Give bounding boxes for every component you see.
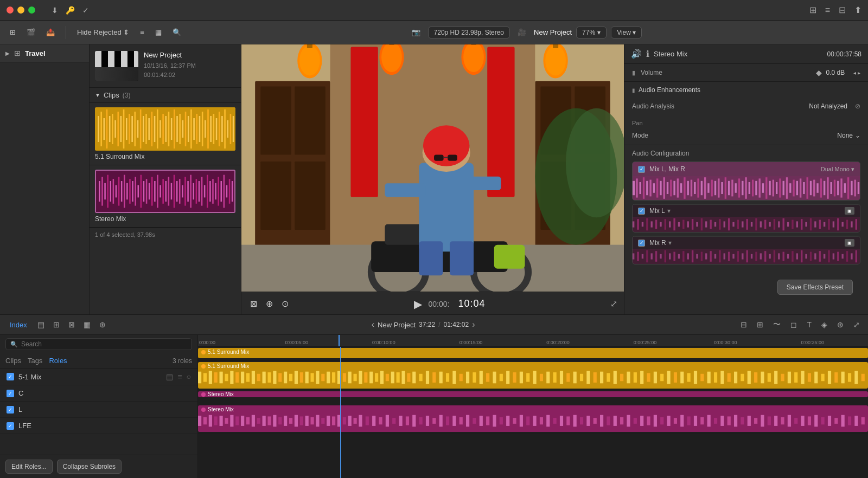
audio-enhancements-label: Audio Enhancements (639, 86, 700, 94)
prev-marker-button[interactable]: ‹ (372, 320, 374, 330)
timecode-display: 10:04 (458, 298, 485, 309)
clip-item-surround[interactable]: 5.1 Surround Mix (90, 103, 241, 165)
close-button[interactable] (7, 7, 14, 14)
video-lanes-button[interactable]: ⊞ (754, 319, 766, 331)
list-view-btn[interactable]: ≡ (137, 26, 148, 38)
maximize-button[interactable] (28, 7, 35, 14)
volume-icon[interactable]: 🔊 (631, 49, 642, 59)
svg-rect-372 (526, 373, 529, 382)
volume-arrows[interactable]: ◂ ▸ (853, 70, 860, 76)
clip-item-stereo[interactable]: Stereo Mix (90, 165, 241, 228)
mix-r-checkbox[interactable]: ✓ (638, 240, 645, 247)
search-input[interactable] (21, 340, 187, 348)
svg-rect-159 (677, 178, 679, 197)
titles-button[interactable]: T (804, 319, 814, 331)
share-icon2[interactable]: 📤 (43, 26, 58, 38)
zoom-out-button[interactable]: ⊠ (66, 319, 78, 331)
filmstrip-btn[interactable]: ▦ (152, 26, 165, 38)
effects-button[interactable]: ◻ (788, 319, 800, 331)
mix-lr-type[interactable]: Dual Mono ▾ (821, 166, 854, 173)
role-item-c[interactable]: ✓ C (0, 385, 197, 402)
mode-value[interactable]: None ⌄ (837, 132, 860, 139)
fullscreen-timeline-button[interactable]: ⤢ (851, 319, 863, 331)
clip-appearance-button[interactable]: ▤ (35, 319, 47, 331)
svg-rect-437 (273, 415, 276, 427)
transform-button[interactable]: ⊕ (264, 296, 275, 311)
blade-button[interactable]: ▦ (81, 319, 93, 331)
trim-button[interactable]: ⊕ (97, 319, 108, 331)
info-icon[interactable]: ℹ (646, 49, 649, 59)
role-icon-speaker[interactable]: ▤ (166, 372, 173, 381)
filter-button[interactable]: Hide Rejected ⇕ (74, 26, 132, 38)
svg-rect-468 (459, 417, 463, 425)
volume-collapse-icon[interactable]: ▮ (632, 69, 635, 76)
svg-rect-181 (752, 180, 754, 197)
role-icon-list[interactable]: ≡ (177, 372, 182, 381)
zoom-control[interactable]: 77% ▾ (576, 27, 607, 38)
tab-tags[interactable]: Tags (28, 357, 42, 365)
checkmark-icon[interactable]: ✓ (82, 6, 89, 15)
clips-header[interactable]: ▼ Clips (3) (90, 88, 241, 103)
svg-rect-483 (560, 416, 563, 426)
mix-lr-checkbox[interactable]: ✓ (638, 166, 645, 173)
tab-roles[interactable]: Roles (49, 357, 67, 365)
svg-rect-9 (120, 116, 122, 142)
svg-rect-300 (792, 251, 793, 262)
aspect-ratio-button[interactable]: ⊠ (248, 296, 259, 311)
media-import-icon[interactable]: 🎬 (23, 26, 39, 38)
svg-rect-271 (660, 254, 661, 259)
collapse-subroles-button[interactable]: Collapse Subroles (57, 460, 122, 474)
svg-rect-507 (720, 416, 724, 426)
mix-l-icon[interactable]: ▣ (845, 207, 854, 215)
zoom-in-button[interactable]: ⊞ (50, 319, 62, 331)
index-button[interactable]: Index (5, 319, 31, 331)
svg-rect-311 (841, 254, 843, 259)
role-item-lfe[interactable]: ✓ LFE (0, 418, 197, 434)
audio-enhancements-section: ▮ Audio Enhancements Audio Analysis Not … (624, 82, 868, 145)
list-view-icon[interactable]: ≡ (825, 5, 830, 15)
audio-lanes-button[interactable]: ⊟ (738, 319, 750, 331)
role-item-51mix[interactable]: ✓ 5-1 Mix ▤ ≡ ○ (0, 369, 197, 385)
view-button[interactable]: View ▾ (611, 27, 642, 38)
tab-clips[interactable]: Clips (5, 357, 21, 365)
mix-r-waveform (633, 249, 860, 264)
timeline-zoom-button[interactable]: ⊕ (834, 319, 846, 331)
next-marker-button[interactable]: › (472, 320, 475, 330)
audio-analysis-icon[interactable]: ⊘ (855, 102, 860, 110)
libraries-icon[interactable]: ⊞ (7, 26, 19, 38)
minimize-button[interactable] (17, 7, 24, 14)
download-icon[interactable]: ⬇ (52, 6, 58, 15)
fullscreen-button[interactable]: ⤢ (610, 299, 617, 309)
svg-rect-339 (327, 372, 330, 384)
track-clip-4[interactable]: Stereo Mix (198, 405, 868, 432)
role-lfe-checkbox[interactable]: ✓ (7, 422, 14, 430)
svg-rect-424 (203, 417, 207, 425)
share-icon[interactable]: ⬆ (854, 5, 861, 15)
role-51mix-checkbox[interactable]: ✓ (7, 373, 14, 380)
save-effects-preset-button[interactable]: Save Effects Preset (777, 280, 853, 295)
mix-r-icon[interactable]: ▣ (845, 239, 854, 247)
grid-view-icon[interactable]: ⊞ (809, 5, 816, 15)
edit-roles-button[interactable]: Edit Roles... (5, 460, 53, 474)
role-l-checkbox[interactable]: ✓ (7, 406, 14, 414)
track-clip-3[interactable]: Stereo Mix (198, 391, 868, 397)
mix-l-checkbox[interactable]: ✓ (638, 208, 645, 215)
camera-icon[interactable]: 📷 (409, 26, 424, 38)
svg-rect-249 (792, 220, 793, 229)
library-item[interactable]: ▶ ⊞ Travel (0, 44, 89, 62)
audio-waveform-button[interactable]: 〜 (770, 318, 783, 331)
track-clip-1[interactable]: 5.1 Surround Mix (198, 348, 868, 358)
track-clip-2[interactable]: 5.1 Surround Mix (198, 362, 868, 389)
generators-button[interactable]: ◈ (819, 319, 830, 331)
role-item-l[interactable]: ✓ L (0, 402, 197, 418)
role-icon-circle[interactable]: ○ (187, 372, 191, 381)
role-c-checkbox[interactable]: ✓ (7, 390, 14, 397)
camera2-icon[interactable]: 🎥 (514, 26, 529, 38)
audio-enhancements-header[interactable]: ▮ Audio Enhancements (624, 82, 868, 98)
mix-l-channel: ✓ Mix L ▾ ▣ (632, 204, 860, 232)
play-button[interactable]: ▶ (412, 295, 424, 313)
speed-button[interactable]: ⊙ (279, 296, 291, 311)
settings-icon[interactable]: ⊟ (839, 5, 846, 15)
key-icon[interactable]: 🔑 (66, 6, 75, 15)
search-btn[interactable]: 🔍 (169, 26, 184, 38)
